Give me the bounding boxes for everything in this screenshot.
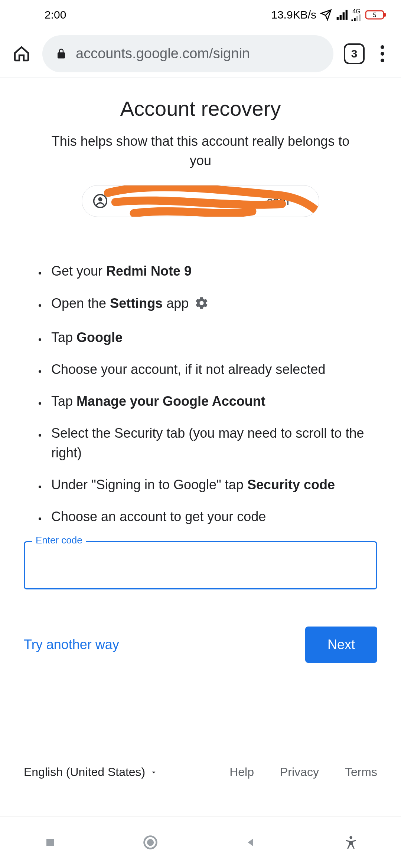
- code-field: Enter code: [24, 541, 377, 589]
- tab-count-button[interactable]: 3: [344, 43, 365, 64]
- privacy-link[interactable]: Privacy: [280, 765, 319, 779]
- page-content: Account recovery This helps show that th…: [0, 78, 401, 663]
- home-nav-button[interactable]: [141, 833, 160, 852]
- home-button[interactable]: [11, 43, 32, 64]
- step-item: Select the Security tab (you may need to…: [46, 424, 377, 462]
- svg-text:5: 5: [373, 12, 376, 18]
- language-label: English (United States): [24, 765, 145, 779]
- page-subtitle: This helps show that this account really…: [45, 132, 356, 170]
- step-item: Get your Redmi Note 9: [46, 262, 377, 281]
- browser-toolbar: accounts.google.com/signin 3: [0, 30, 401, 78]
- status-right: 13.9KB/s 4G 5: [271, 9, 386, 21]
- gear-icon: [195, 296, 209, 315]
- try-another-button[interactable]: Try another way: [24, 637, 119, 652]
- location-arrow-icon: [320, 9, 332, 21]
- caret-down-icon: [150, 768, 158, 776]
- svg-rect-1: [384, 13, 386, 17]
- tab-count-value: 3: [351, 47, 358, 60]
- language-selector[interactable]: English (United States): [24, 765, 158, 779]
- step-item: Choose an account to get your code: [46, 507, 377, 526]
- code-label: Enter code: [32, 535, 86, 546]
- accessibility-button[interactable]: [342, 833, 360, 852]
- network-type: 4G: [351, 9, 362, 21]
- system-nav-bar: [0, 816, 401, 868]
- code-input[interactable]: [24, 541, 377, 589]
- help-link[interactable]: Help: [229, 765, 254, 779]
- step-item: Open the Settings app: [46, 294, 377, 315]
- signal-icon-2: [351, 14, 362, 21]
- network-label: 4G: [352, 9, 360, 14]
- svg-rect-5: [46, 839, 54, 846]
- net-speed: 13.9KB/s: [271, 9, 316, 21]
- actions-row: Try another way Next: [24, 627, 377, 663]
- recents-button[interactable]: [41, 833, 59, 852]
- chevron-down-icon: [297, 196, 308, 206]
- url-text: accounts.google.com/signin: [76, 46, 250, 62]
- footer-links: Help Privacy Terms: [229, 765, 377, 779]
- steps-list: Get your Redmi Note 9Open the Settings a…: [24, 262, 377, 526]
- battery-icon: 5: [365, 10, 386, 20]
- terms-link[interactable]: Terms: [345, 765, 377, 779]
- status-time: 2:00: [45, 9, 66, 21]
- step-item: Under "Signing in to Google" tap Securit…: [46, 475, 377, 494]
- step-item: Tap Manage your Google Account: [46, 392, 377, 411]
- status-bar: 2:00 13.9KB/s 4G 5: [0, 0, 401, 30]
- url-bar[interactable]: accounts.google.com/signin: [42, 35, 333, 72]
- account-chip[interactable]: .com: [82, 185, 319, 217]
- svg-point-7: [147, 839, 154, 845]
- more-menu-button[interactable]: [375, 45, 390, 62]
- back-nav-button[interactable]: [241, 833, 260, 852]
- svg-point-4: [98, 197, 102, 201]
- step-item: Tap Google: [46, 328, 377, 347]
- lock-icon: [56, 48, 67, 59]
- page-title: Account recovery: [24, 96, 377, 121]
- step-item: Choose your account, if it not already s…: [46, 360, 377, 379]
- svg-point-8: [349, 836, 352, 839]
- person-icon: [93, 194, 107, 208]
- page-footer: English (United States) Help Privacy Ter…: [24, 765, 377, 779]
- signal-icon: [336, 9, 348, 21]
- email-visible-fragment: .com: [264, 194, 289, 208]
- next-button[interactable]: Next: [305, 627, 377, 663]
